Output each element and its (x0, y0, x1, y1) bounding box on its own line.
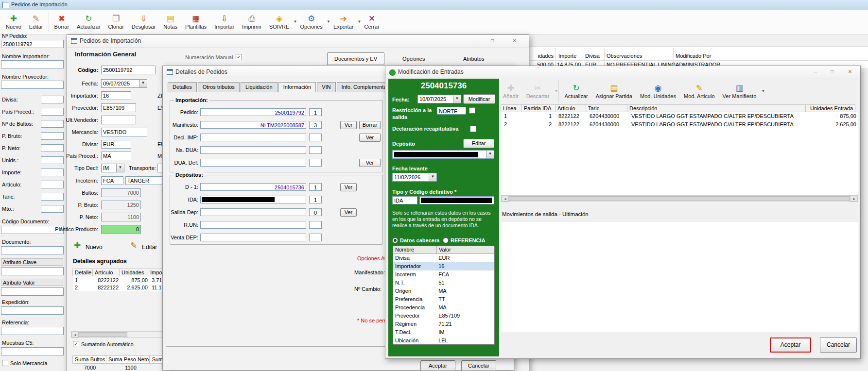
tab-suma-bultos[interactable]: Suma Bultos (72, 355, 106, 364)
chevron-down-icon[interactable]: ▼ (453, 95, 461, 103)
maximize-icon[interactable]: □ (826, 68, 838, 76)
table-header-valor[interactable]: Valor (437, 246, 494, 254)
new-detail-icon[interactable]: ✚ (74, 241, 81, 250)
editar-detalle-button[interactable]: Editar (142, 244, 157, 251)
chevron-down-icon[interactable]: ▼ (139, 80, 147, 87)
datos-cabecera-radio[interactable] (392, 237, 398, 243)
maximize-icon[interactable]: □ (486, 37, 499, 45)
sidebar-input-p-bruto[interactable] (41, 132, 64, 140)
toolbar-opciones[interactable]: ⚙Opciones▼ (296, 14, 329, 31)
ns-dua-input[interactable] (200, 146, 306, 154)
bg-grid-header-observaciones[interactable]: Observaciones (607, 53, 642, 59)
tab-documentos-ev[interactable]: Documentos y EV (327, 52, 384, 65)
scroll-left-icon[interactable]: ◂ (71, 332, 79, 337)
pedido-window-titlebar[interactable]: Pedidos de Importación – □ ✕ (67, 35, 529, 48)
fecha-combo[interactable]: 09/07/2025▼ (101, 79, 147, 88)
entradas-window-titlebar[interactable]: Modificación de Entradas – □ ✕ (385, 66, 860, 79)
tab-liquidacion[interactable]: Liquidación (241, 82, 278, 92)
table-row[interactable]: OrigenMA (393, 287, 494, 295)
minimize-icon[interactable]: – (470, 37, 483, 45)
aceptar-button[interactable]: Aceptar (420, 360, 455, 371)
tab-otros-tributos[interactable]: Otros tributos (198, 82, 240, 92)
toolbar-nuevo[interactable]: ✚Nuevo (2, 14, 25, 31)
grid-header-cell[interactable]: Unidades Entrada (805, 104, 855, 112)
minimize-icon[interactable]: – (809, 68, 822, 76)
ida-input[interactable] (200, 196, 306, 203)
horizontal-scrollbar[interactable]: ◂ ▸ (501, 195, 858, 202)
d1-input[interactable]: 2504015736 (200, 183, 306, 191)
tipo-decl-combo[interactable]: IM▼ (101, 164, 124, 172)
toolbar-notas[interactable]: ▤Notas (159, 14, 181, 31)
sidebar-input-nombre-proveedor[interactable] (1, 81, 64, 89)
tab-atributos[interactable]: Atributos (463, 56, 484, 62)
bg-grid-header-divisa[interactable]: Divisa (585, 53, 600, 59)
close-icon[interactable]: ✕ (508, 37, 521, 45)
table-row[interactable]: 1 1 8222122 6204430000 VESTIDO LARGO GGT… (501, 112, 858, 120)
tab-vin[interactable]: VIN (317, 82, 335, 92)
toolbar-desglosar[interactable]: ⇓Desglosar (128, 14, 160, 31)
toolbar-anadir[interactable]: ✚Añadir (499, 83, 522, 100)
cancelar-button[interactable]: Cancelar (461, 360, 496, 371)
scroll-right-icon[interactable]: ▸ (851, 196, 858, 202)
chevron-down-icon[interactable]: ▼ (429, 173, 436, 181)
sidebar-input-mto[interactable] (41, 205, 64, 213)
sidebar-input-articulo[interactable] (41, 181, 64, 188)
aceptar-button[interactable]: Aceptar (770, 337, 811, 353)
sidebar-input-divisa[interactable] (41, 96, 64, 103)
grid-header-cell[interactable]: Unidades (119, 269, 148, 276)
recapitulativa-checkbox[interactable] (470, 126, 476, 132)
sidebar-input-importe[interactable] (41, 169, 64, 176)
cancelar-button[interactable]: Cancelar (820, 337, 857, 353)
sidebar-input-expedicion[interactable] (1, 306, 64, 315)
toolbar-mod-articulo[interactable]: ✎Mod. Articulo (680, 83, 719, 100)
editar-deposito-button[interactable]: Editar (463, 139, 494, 148)
tipo-input[interactable]: IDA (392, 196, 417, 204)
table-row[interactable]: Régimen71.21 (393, 320, 494, 328)
table-row[interactable]: IncotermFCA (393, 270, 494, 279)
referencia-radio[interactable] (443, 237, 449, 243)
sidebar-input-unids[interactable] (41, 156, 64, 164)
toolbar-mod-unidades[interactable]: ◉Mod. Unidades (636, 83, 680, 100)
chevron-down-icon[interactable]: ▼ (116, 164, 124, 172)
table-header-nombre[interactable]: Nombre (393, 246, 437, 254)
deposito-combo[interactable]: ▼ (392, 150, 494, 159)
plastico-producto-input[interactable]: 0 (101, 225, 141, 234)
close-icon[interactable]: ✕ (844, 68, 856, 76)
ult-vendedor-input[interactable] (101, 116, 136, 124)
manifiesto-input[interactable]: NLTM2025008587 (200, 121, 306, 129)
toolbar-ver-manifiesto[interactable]: ▥Ver Manifiesto▼ (719, 83, 764, 100)
table-row[interactable]: Importador16 (393, 262, 494, 270)
borrar-button[interactable]: Borrar (359, 121, 381, 129)
restriccion-input[interactable]: NORTE (437, 107, 466, 115)
sidebar-input-pedido[interactable]: 2500119792 (1, 40, 64, 48)
table-row[interactable]: DivisaEUR (393, 254, 494, 262)
table-row[interactable]: UbicaciónLEL (393, 337, 494, 345)
tab-detalles[interactable]: Detalles (168, 82, 197, 92)
divisa-input[interactable]: EUR (101, 140, 131, 149)
sidebar-input-documento[interactable] (1, 246, 64, 254)
table-row[interactable]: 2 2 8222122 6204430000 VESTIDO LARGO GGT… (501, 120, 858, 128)
mercancia-input[interactable]: VESTIDO (101, 128, 147, 136)
table-row[interactable]: ProveedorE857109 (393, 312, 494, 320)
ver-button[interactable]: Ver (359, 134, 381, 142)
toolbar-imprimir[interactable]: ⎙Imprimir (238, 14, 265, 31)
run-input[interactable] (200, 221, 306, 229)
toolbar-asignar-partida[interactable]: ▤Asignar Partida (592, 83, 636, 100)
toolbar-plantillas[interactable]: ▦Plantillas (181, 14, 210, 31)
sidebar-input-codigo-documento[interactable] (1, 226, 64, 234)
venta-dep-input[interactable] (200, 234, 306, 241)
table-row[interactable]: PreferenciaTT (393, 295, 494, 304)
sidebar-input-nombre-importador[interactable] (1, 60, 64, 68)
sidebar-input-num-bultos[interactable] (41, 120, 64, 128)
grid-header-cell[interactable]: Descripción (627, 104, 806, 112)
pedido-input[interactable]: 2500119792 (200, 108, 306, 116)
grid-header-cell[interactable]: Detalle (72, 269, 93, 276)
scrollbar-thumb[interactable] (509, 196, 850, 201)
scroll-left-icon[interactable]: ◂ (502, 196, 509, 202)
table-row[interactable]: N.T.51 (393, 279, 494, 287)
toolbar-actualizar[interactable]: ↻Actualizar (73, 14, 104, 31)
p-bruto-input[interactable]: 1250 (101, 201, 141, 209)
tab-informacion[interactable]: Información (278, 82, 316, 92)
ver-button[interactable]: Ver (359, 159, 381, 167)
tab-suma-peso-neto[interactable]: Suma Peso Neto (106, 355, 150, 364)
